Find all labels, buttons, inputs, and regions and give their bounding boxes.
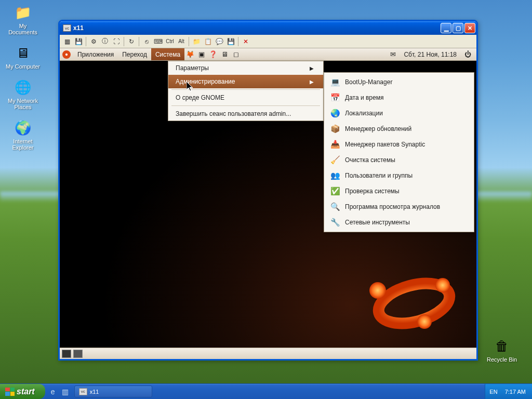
desktop-icon-my-documents[interactable]: 📁 My Documents — [3, 3, 43, 35]
show-desktop-quicklaunch-icon[interactable]: ▥ — [60, 386, 71, 397]
localization-icon: 🌏 — [329, 108, 341, 119]
filetransfer-icon[interactable]: 📁 — [191, 36, 202, 47]
svg-point-1 — [369, 282, 386, 299]
update-manager-icon: 📦 — [329, 123, 341, 135]
admin-item[interactable]: 💻BootUp-Manager — [324, 74, 474, 90]
admin-item[interactable]: 📦Менеджер обновлений — [324, 121, 474, 137]
separator — [139, 37, 139, 46]
svg-point-3 — [417, 314, 432, 329]
taskbar-item-label: x11 — [90, 389, 99, 395]
separator — [124, 37, 124, 46]
shutdown-icon[interactable]: ⏻ — [462, 49, 473, 60]
windows-flag-icon — [5, 388, 15, 396]
computer-icon: 🖥 — [14, 44, 32, 62]
newconn-icon[interactable]: ▦ — [62, 36, 72, 47]
refresh-icon[interactable]: ↻ — [126, 36, 137, 47]
menu-item-label: BootUp-Manager — [345, 78, 392, 86]
maximize-button[interactable]: ▢ — [453, 23, 463, 33]
admin-item[interactable]: 📥Менеджер пакетов Synaptic — [324, 137, 474, 152]
menu-item-label: Локализации — [345, 110, 383, 117]
record-icon[interactable]: 💾 — [225, 36, 236, 47]
xp-taskbar: start e ▥ vc x11 EN 7:17 AM — [0, 383, 532, 399]
menu-places[interactable]: Переход — [118, 48, 151, 60]
ie-quicklaunch-icon[interactable]: e — [47, 386, 59, 397]
app-launcher-icon[interactable]: ◻ — [230, 49, 242, 60]
vnc-viewport[interactable]: Приложения Переход Система 🦊 ▣ ❓ 🖥 ◻ ✉ С… — [60, 48, 476, 359]
minimize-button[interactable]: ▁ — [441, 23, 451, 33]
admin-item[interactable]: 👥Пользователи и группы — [324, 168, 474, 183]
chat-icon[interactable]: 💬 — [214, 36, 224, 47]
menu-system[interactable]: Система — [151, 48, 184, 60]
admin-item[interactable]: 📅Дата и время — [324, 90, 474, 105]
icon-label: My Computer — [3, 63, 43, 70]
firefox-launcher-icon[interactable]: 🦊 — [184, 49, 196, 60]
admin-item[interactable]: 🔧Сетевые инструменты — [324, 215, 474, 230]
submenu-arrow-icon: ▶ — [310, 79, 314, 85]
language-indicator[interactable]: EN — [489, 389, 497, 395]
options-icon[interactable]: ⚙ — [88, 36, 99, 47]
users-groups-icon: 👥 — [329, 170, 341, 181]
menu-applications[interactable]: Приложения — [73, 48, 118, 60]
desktop-icon-recycle-bin[interactable]: 🗑 Recycle Bin — [482, 337, 522, 363]
sys-item-logout[interactable]: Завершить сеанс пользователя admin... — [168, 107, 323, 121]
admin-item[interactable]: 🔍Программа просмотра журналов — [324, 199, 474, 215]
save-icon[interactable]: 💾 — [73, 36, 84, 47]
sys-item-preferences[interactable]: Параметры ▶ — [168, 61, 323, 75]
system-check-icon: ✅ — [329, 185, 341, 197]
window-titlebar[interactable]: vc x11 ▁ ▢ ✕ — [60, 21, 476, 35]
ie-icon: 🌍 — [14, 118, 32, 137]
menu-item-label: Проверка системы — [345, 188, 400, 195]
icon-label: Internet Explorer — [3, 138, 43, 151]
send-keys-icon[interactable]: ⌨ — [153, 36, 164, 47]
separator — [238, 37, 238, 46]
recycle-bin-icon: 🗑 — [493, 337, 511, 355]
help-launcher-icon[interactable]: ❓ — [207, 49, 219, 60]
clock[interactable]: 7:17 AM — [503, 389, 528, 395]
menu-item-label: Сетевые инструменты — [345, 219, 410, 226]
fullscreen-icon[interactable]: ⛶ — [111, 36, 122, 47]
window-controls: ▁ ▢ ✕ — [441, 23, 475, 33]
admin-item[interactable]: 🧹Очистка системы — [324, 152, 474, 168]
start-button[interactable]: start — [0, 384, 45, 399]
xp-desktop: 📁 My Documents 🖥 My Computer 🌐 My Networ… — [0, 0, 532, 399]
menu-separator — [171, 89, 320, 90]
desktop-icon-internet-explorer[interactable]: 🌍 Internet Explorer — [3, 118, 43, 151]
menu-item-label: О среде GNOME — [176, 94, 224, 101]
vnc-app-icon: vc — [63, 24, 71, 32]
separator — [189, 37, 189, 46]
sys-item-administration[interactable]: Администрирование ▶ — [168, 75, 323, 88]
taskbar-item-x11[interactable]: vc x11 — [74, 385, 152, 397]
network-tools-icon: 🔧 — [329, 217, 341, 228]
window-list-item[interactable] — [73, 350, 83, 358]
sys-item-about-gnome[interactable]: О среде GNOME — [168, 91, 323, 104]
clock[interactable]: Сбт, 21 Ноя, 11:18 — [401, 51, 460, 58]
menu-item-label: Очистка системы — [345, 156, 395, 164]
bootup-manager-icon: 💻 — [329, 76, 341, 88]
terminal-launcher-icon[interactable]: ▣ — [196, 49, 207, 60]
show-desktop-icon[interactable] — [62, 350, 71, 358]
menu-item-label: Пользователи и группы — [345, 172, 413, 179]
menu-separator — [171, 105, 320, 106]
ubuntu-menu-icon[interactable] — [61, 49, 72, 60]
mail-indicator-icon[interactable]: ✉ — [387, 49, 398, 60]
log-viewer-icon: 🔍 — [329, 201, 341, 212]
date-time-icon: 📅 — [329, 92, 341, 103]
alt-key-button[interactable]: Alt — [176, 36, 187, 47]
menu-item-label: Параметры — [176, 64, 209, 72]
clipboard-icon[interactable]: 📋 — [203, 36, 213, 47]
desktop-icon-my-computer[interactable]: 🖥 My Computer — [3, 44, 43, 70]
desktop-icon-network-places[interactable]: 🌐 My Network Places — [3, 78, 43, 110]
ctrl-key-button[interactable]: Ctrl — [165, 36, 175, 47]
system-tray: EN 7:17 AM — [485, 384, 532, 399]
disconnect-icon[interactable]: ✕ — [241, 36, 251, 47]
admin-item[interactable]: ✅Проверка системы — [324, 183, 474, 199]
display-launcher-icon[interactable]: 🖥 — [219, 49, 230, 60]
vnc-toolbar: ▦ 💾 ⚙ ⓘ ⛶ ↻ ⎋ ⌨ Ctrl Alt 📁 📋 💬 💾 ✕ — [60, 35, 476, 48]
svg-point-2 — [435, 278, 450, 292]
close-button[interactable]: ✕ — [464, 23, 475, 33]
admin-item[interactable]: 🌏Локализации — [324, 105, 474, 121]
info-icon[interactable]: ⓘ — [100, 36, 110, 47]
ctrlaltdel-icon[interactable]: ⎋ — [141, 36, 152, 47]
menu-item-label: Администрирование — [176, 78, 235, 85]
icon-label: Recycle Bin — [482, 356, 522, 363]
